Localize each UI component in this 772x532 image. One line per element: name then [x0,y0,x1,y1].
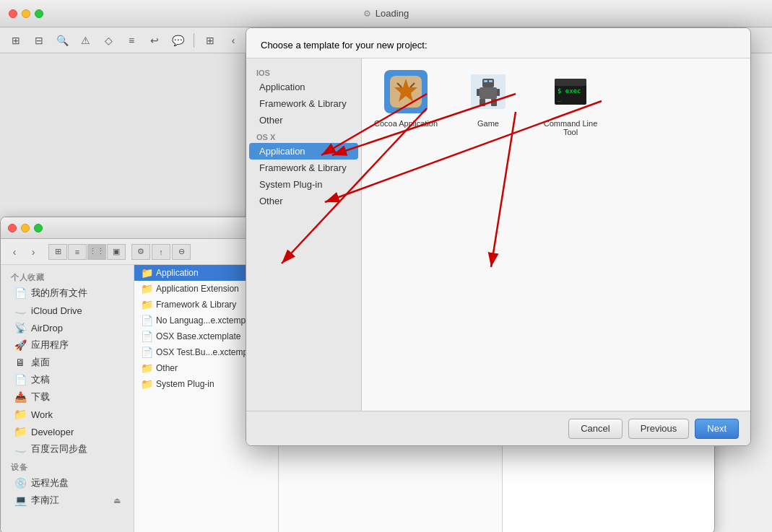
toolbar-nav-back[interactable]: ‹ [223,32,243,49]
titlebar: ⚙ Loading [0,0,772,27]
xcode-template-dialog: Choose a template for your new project: … [246,27,751,446]
user-icon: 💻 [14,494,27,507]
toolbar-btn-9[interactable]: ⊞ [200,32,220,49]
xcode-sidebar-ios-framework[interactable]: Framework & Library [249,95,358,112]
action-btn[interactable]: ⚙ [131,244,150,260]
xcode-sidebar-osx-other[interactable]: Other [249,193,358,209]
finder-fwd-btn[interactable]: › [25,244,41,260]
svg-text:_: _ [558,95,561,102]
xcode-sidebar-osx-plugin[interactable]: System Plug-in [249,176,358,193]
svg-rect-14 [555,79,586,86]
toolbar-btn-7[interactable]: ↩ [144,32,165,49]
sidebar-item-remote-disk[interactable]: 💿 远程光盘 [4,474,131,492]
toolbar-btn-8[interactable]: 💬 [168,32,188,49]
svg-rect-9 [480,99,485,106]
template-grid: Cocoa Application [373,70,739,136]
finder-min-btn[interactable] [21,224,30,232]
svg-rect-5 [482,79,494,87]
xcode-sidebar-ios-other[interactable]: Other [249,112,358,128]
toolbar-btn-4[interactable]: ⚠ [75,32,95,49]
close-button[interactable] [9,9,17,18]
tag-btn[interactable]: ⊖ [172,244,191,260]
sidebar-item-icloud[interactable]: ☁️ iCloud Drive [4,302,131,319]
toolbar-separator [194,33,194,48]
share-btn[interactable]: ↑ [152,244,170,260]
view-coverflow-btn[interactable]: ▣ [107,244,126,260]
framework-folder-icon: 📁 [140,298,153,311]
sidebar-item-airdrop[interactable]: 📡 AirDrop [4,319,131,336]
template-game[interactable]: Game [456,70,521,136]
eject-icon[interactable]: ⏏ [113,496,121,505]
sidebar-item-desktop[interactable]: 🖥 桌面 [4,354,131,371]
svg-text:$ exec: $ exec [558,87,581,95]
docs-icon: 📄 [14,373,27,386]
sidebar-item-developer[interactable]: 📁 Developer [4,423,131,440]
nolang-icon: 📄 [140,314,153,327]
view-column-btn[interactable]: ⋮⋮ [87,244,106,260]
sidebar-item-baidu[interactable]: ☁️ 百度云同步盘 [4,440,131,458]
xcode-sidebar-ios-application[interactable]: Application [249,79,358,95]
all-files-icon: 📄 [14,287,27,300]
view-icon-btn[interactable]: ⊞ [48,244,67,260]
xcode-header-title: Choose a template for your new project: [261,40,428,51]
cocoa-app-label: Cocoa Application [374,119,438,128]
sidebar-item-all-files[interactable]: 📄 我的所有文件 [4,284,131,302]
xcode-sidebar-osx-application[interactable]: Application [249,143,358,160]
finder-sidebar: 个人收藏 📄 我的所有文件 ☁️ iCloud Drive 📡 AirDrop … [1,265,134,532]
cocoa-app-icon-wrap [384,70,428,113]
finder-max-btn[interactable] [34,224,43,232]
toolbar-btn-6[interactable]: ≡ [121,32,142,49]
traffic-lights [9,9,43,18]
apps-icon: 🚀 [14,339,27,352]
work-icon: 📁 [14,408,27,421]
xcode-body: iOS Application Framework & Library Othe… [246,58,750,411]
svg-rect-7 [489,80,493,82]
airdrop-icon: 📡 [14,321,27,334]
template-cmdline[interactable]: $ exec _ Command Line Tool [538,70,603,136]
cocoa-app-icon [387,73,425,110]
xcode-sidebar: iOS Application Framework & Library Othe… [246,58,362,411]
xcode-template-content: Cocoa Application [362,58,750,411]
sidebar-item-apps[interactable]: 🚀 应用程序 [4,336,131,354]
desktop-icon: 🖥 [14,356,27,369]
game-icon-wrap [467,70,510,113]
toolbar-btn-2[interactable]: ⊟ [29,32,49,49]
osxtest-icon: 📄 [140,346,153,359]
baidu-icon: ☁️ [14,442,27,455]
icloud-icon: ☁️ [14,304,27,317]
remote-disk-icon: 💿 [14,476,27,489]
favorites-header: 个人收藏 [1,268,134,284]
osxbase-icon: 📄 [140,330,153,343]
developer-icon: 📁 [14,425,27,438]
cmdline-icon-wrap: $ exec _ [549,70,592,113]
toolbar-btn-5[interactable]: ◇ [98,32,118,49]
view-list-btn[interactable]: ≡ [68,244,87,260]
sidebar-item-user[interactable]: 💻 李南江 ⏏ [4,492,131,509]
xcode-dialog-header: Choose a template for your new project: [246,28,750,58]
svg-rect-11 [477,89,480,96]
cmdline-label: Command Line Tool [538,119,603,136]
finder-back-btn[interactable]: ‹ [6,244,22,260]
other-folder-icon: 📁 [140,362,153,375]
minimize-button[interactable] [22,9,30,18]
view-switcher: ⊞ ≡ ⋮⋮ ▣ [48,244,126,260]
next-button[interactable]: Next [695,419,739,439]
osx-section-header: OS X [246,128,361,143]
app-folder-icon: 📁 [140,266,153,279]
toolbar-btn-3[interactable]: 🔍 [52,32,72,49]
toolbar-btn-1[interactable]: ⊞ [6,32,26,49]
maximize-button[interactable] [35,9,43,18]
sidebar-item-downloads[interactable]: 📥 下载 [4,388,131,406]
cancel-button[interactable]: Cancel [568,419,622,439]
game-icon [469,73,507,110]
sidebar-item-work[interactable]: 📁 Work [4,406,131,423]
previous-button[interactable]: Previous [628,419,690,439]
plugin-folder-icon: 📁 [140,378,153,391]
xcode-sidebar-osx-framework[interactable]: Framework & Library [249,160,358,176]
devices-header: 设备 [1,458,134,474]
sidebar-item-docs[interactable]: 📄 文稿 [4,371,131,388]
downloads-icon: 📥 [14,391,27,404]
finder-close-btn[interactable] [8,224,17,232]
finder-traffic-lights [8,224,43,232]
template-cocoa-application[interactable]: Cocoa Application [373,70,438,136]
